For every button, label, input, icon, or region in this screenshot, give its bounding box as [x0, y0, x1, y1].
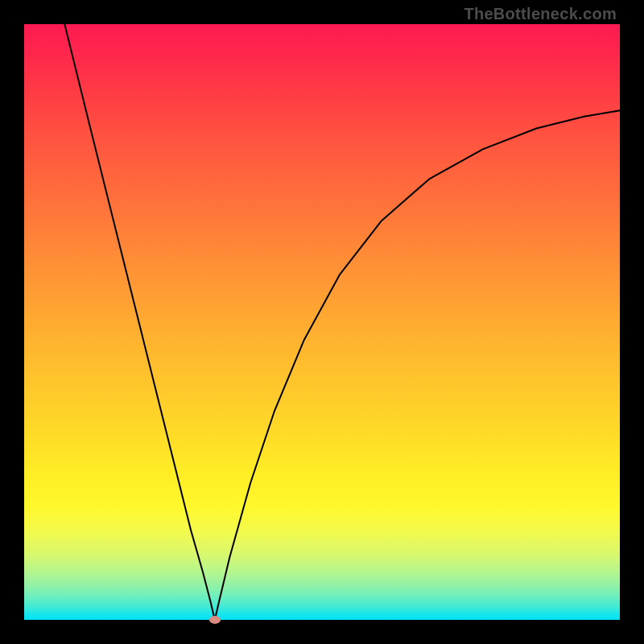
chart-container: TheBottleneck.com [0, 0, 644, 644]
attribution-label: TheBottleneck.com [464, 5, 617, 23]
optimum-marker [209, 616, 221, 624]
curve-svg [24, 24, 620, 620]
plot-area [24, 24, 620, 620]
bottleneck-curve [64, 24, 620, 620]
